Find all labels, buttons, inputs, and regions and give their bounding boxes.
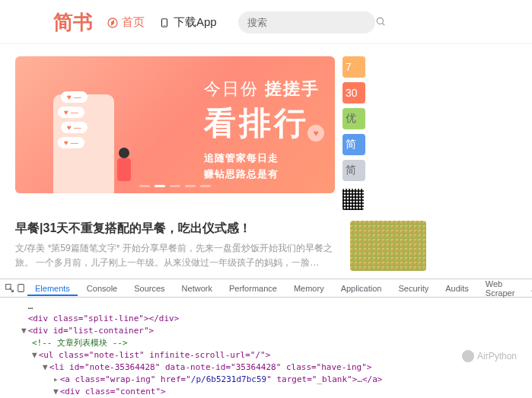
side-tiles: 7 30 优 简 简: [342, 56, 365, 210]
wechat-icon: [462, 350, 474, 362]
svg-rect-7: [18, 285, 24, 292]
watermark: AirPython: [462, 350, 517, 362]
nav-home[interactable]: 首页: [107, 15, 145, 30]
article-title[interactable]: 早餐|31天不重复搭配的早餐，吃出仪式感！: [15, 221, 339, 237]
search-icon[interactable]: [375, 16, 386, 29]
article-item[interactable]: 早餐|31天不重复搭配的早餐，吃出仪式感！ 文/存美 *第59篇随笔文字* 开始…: [0, 210, 426, 275]
inspect-icon[interactable]: [5, 283, 14, 294]
dom-line[interactable]: ▼<ul class="note-list" infinite-scroll-u…: [0, 349, 532, 361]
dom-line[interactable]: ▸<a class="wrap-ing" href="/p/6b5231d7bc…: [0, 374, 532, 386]
dom-line[interactable]: ▼<li id="note-35364428" data-note-id="35…: [0, 361, 532, 374]
tab-application[interactable]: Application: [333, 281, 390, 296]
tile-jianshu2[interactable]: 简: [342, 160, 365, 181]
tab-audits[interactable]: Audits: [438, 281, 476, 296]
dom-line[interactable]: ▼<div id="list-container">: [0, 325, 532, 337]
article-thumbnail[interactable]: [350, 221, 426, 271]
carousel-banner[interactable]: ♥ — ♥ — ♥ — ♥ — 今日份 搓搓手 看排行 追随管家每日走赚钻思路总…: [15, 56, 335, 193]
device-icon[interactable]: [16, 283, 26, 294]
tab-security[interactable]: Security: [390, 281, 436, 296]
devtools-panel: Elements Console Sources Network Perform…: [0, 279, 532, 398]
tile-jianshu1[interactable]: 简: [342, 134, 365, 155]
dom-tree[interactable]: … <div class="split-line"></div> ▼<div i…: [0, 298, 532, 398]
search-input[interactable]: [247, 17, 375, 28]
svg-line-5: [382, 23, 384, 25]
nav-download-label: 下载App: [174, 15, 217, 30]
tab-adblock[interactable]: AdBlock: [524, 281, 532, 296]
logo[interactable]: 简书: [53, 9, 93, 36]
banner-text: 今日份 搓搓手 看排行 追随管家每日走赚钻思路总是有: [204, 78, 320, 183]
dom-line[interactable]: ▼<div class="content">: [0, 386, 532, 398]
banner-illustration: ♥ — ♥ — ♥ — ♥ —: [30, 79, 137, 193]
nav-home-label: 首页: [122, 15, 145, 30]
qr-code[interactable]: [342, 189, 364, 210]
heart-icon: ♥: [307, 125, 324, 142]
carousel-dots[interactable]: [139, 185, 211, 187]
tab-performance[interactable]: Performance: [221, 281, 285, 296]
tab-console[interactable]: Console: [79, 281, 125, 296]
tab-webscraper[interactable]: Web Scraper: [478, 276, 523, 301]
mobile-icon: [158, 17, 170, 29]
devtools-tabs: Elements Console Sources Network Perform…: [0, 279, 532, 298]
tab-network[interactable]: Network: [174, 281, 220, 296]
dom-line[interactable]: <div class="split-line"></div>: [0, 313, 532, 325]
svg-marker-1: [112, 21, 114, 24]
tile-7day[interactable]: 7: [342, 56, 365, 78]
tile-excellent[interactable]: 优: [342, 108, 365, 129]
top-nav: 简书 首页 下载App: [0, 0, 532, 44]
dom-line[interactable]: <!-- 文章列表模块 -->: [0, 337, 532, 349]
svg-point-4: [377, 18, 383, 24]
dom-line[interactable]: …: [0, 301, 532, 313]
compass-icon: [107, 17, 119, 29]
tile-30day[interactable]: 30: [342, 82, 365, 103]
tab-memory[interactable]: Memory: [286, 281, 332, 296]
tab-elements[interactable]: Elements: [27, 281, 78, 296]
tab-sources[interactable]: Sources: [126, 281, 172, 296]
search-box[interactable]: [238, 11, 375, 33]
article-abstract: 文/存美 *第59篇随笔文字* 开始分享早餐前，先来一盘蛋炒饭开始我们的早餐之旅…: [15, 241, 339, 270]
nav-download[interactable]: 下载App: [158, 15, 217, 30]
